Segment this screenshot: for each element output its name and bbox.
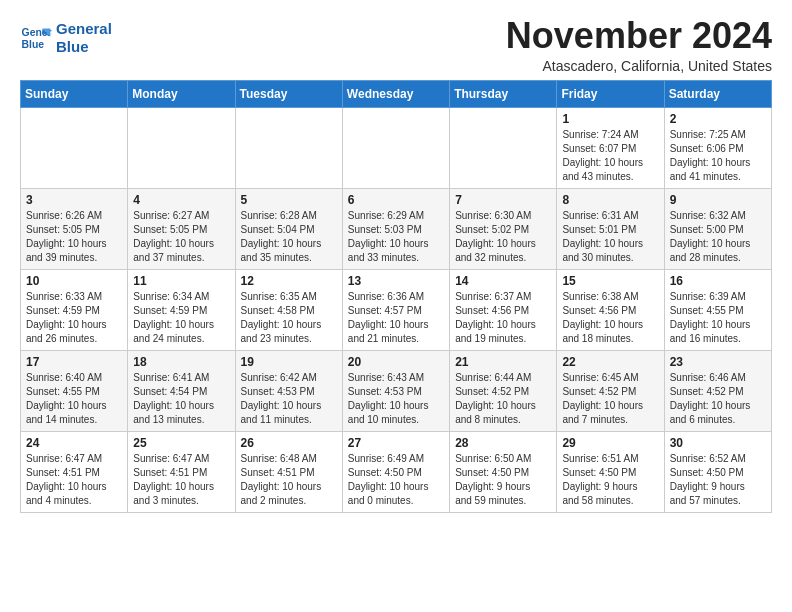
day-number: 2 [670,112,766,126]
day-info: Sunrise: 6:42 AM Sunset: 4:53 PM Dayligh… [241,371,337,427]
day-number: 6 [348,193,444,207]
day-info: Sunrise: 6:35 AM Sunset: 4:58 PM Dayligh… [241,290,337,346]
day-number: 15 [562,274,658,288]
day-info: Sunrise: 6:45 AM Sunset: 4:52 PM Dayligh… [562,371,658,427]
calendar-cell: 16Sunrise: 6:39 AM Sunset: 4:55 PM Dayli… [664,269,771,350]
calendar-cell: 27Sunrise: 6:49 AM Sunset: 4:50 PM Dayli… [342,431,449,512]
day-header-thursday: Thursday [450,80,557,107]
day-info: Sunrise: 6:36 AM Sunset: 4:57 PM Dayligh… [348,290,444,346]
day-info: Sunrise: 6:41 AM Sunset: 4:54 PM Dayligh… [133,371,229,427]
day-info: Sunrise: 7:24 AM Sunset: 6:07 PM Dayligh… [562,128,658,184]
day-info: Sunrise: 6:28 AM Sunset: 5:04 PM Dayligh… [241,209,337,265]
calendar-body: 1Sunrise: 7:24 AM Sunset: 6:07 PM Daylig… [21,107,772,512]
month-title: November 2024 [506,16,772,56]
day-number: 14 [455,274,551,288]
calendar-cell: 1Sunrise: 7:24 AM Sunset: 6:07 PM Daylig… [557,107,664,188]
day-number: 25 [133,436,229,450]
calendar-cell: 7Sunrise: 6:30 AM Sunset: 5:02 PM Daylig… [450,188,557,269]
day-number: 18 [133,355,229,369]
day-info: Sunrise: 6:38 AM Sunset: 4:56 PM Dayligh… [562,290,658,346]
calendar-cell [342,107,449,188]
day-number: 13 [348,274,444,288]
calendar-week-3: 10Sunrise: 6:33 AM Sunset: 4:59 PM Dayli… [21,269,772,350]
day-info: Sunrise: 6:34 AM Sunset: 4:59 PM Dayligh… [133,290,229,346]
calendar-week-2: 3Sunrise: 6:26 AM Sunset: 5:05 PM Daylig… [21,188,772,269]
day-number: 27 [348,436,444,450]
header: General Blue General Blue November 2024 … [20,16,772,74]
calendar-cell [21,107,128,188]
calendar-cell: 26Sunrise: 6:48 AM Sunset: 4:51 PM Dayli… [235,431,342,512]
calendar-cell: 11Sunrise: 6:34 AM Sunset: 4:59 PM Dayli… [128,269,235,350]
day-number: 10 [26,274,122,288]
day-info: Sunrise: 6:39 AM Sunset: 4:55 PM Dayligh… [670,290,766,346]
day-number: 23 [670,355,766,369]
day-info: Sunrise: 7:25 AM Sunset: 6:06 PM Dayligh… [670,128,766,184]
calendar-cell: 14Sunrise: 6:37 AM Sunset: 4:56 PM Dayli… [450,269,557,350]
day-info: Sunrise: 6:29 AM Sunset: 5:03 PM Dayligh… [348,209,444,265]
day-number: 30 [670,436,766,450]
logo-icon: General Blue [20,22,52,54]
day-info: Sunrise: 6:47 AM Sunset: 4:51 PM Dayligh… [26,452,122,508]
day-info: Sunrise: 6:48 AM Sunset: 4:51 PM Dayligh… [241,452,337,508]
svg-text:Blue: Blue [22,39,45,50]
day-info: Sunrise: 6:27 AM Sunset: 5:05 PM Dayligh… [133,209,229,265]
calendar-week-1: 1Sunrise: 7:24 AM Sunset: 6:07 PM Daylig… [21,107,772,188]
day-info: Sunrise: 6:47 AM Sunset: 4:51 PM Dayligh… [133,452,229,508]
calendar-cell: 4Sunrise: 6:27 AM Sunset: 5:05 PM Daylig… [128,188,235,269]
calendar-cell: 23Sunrise: 6:46 AM Sunset: 4:52 PM Dayli… [664,350,771,431]
calendar-cell: 2Sunrise: 7:25 AM Sunset: 6:06 PM Daylig… [664,107,771,188]
day-number: 20 [348,355,444,369]
calendar-cell: 10Sunrise: 6:33 AM Sunset: 4:59 PM Dayli… [21,269,128,350]
day-header-monday: Monday [128,80,235,107]
calendar-cell: 20Sunrise: 6:43 AM Sunset: 4:53 PM Dayli… [342,350,449,431]
logo: General Blue General Blue [20,20,112,56]
calendar-cell: 28Sunrise: 6:50 AM Sunset: 4:50 PM Dayli… [450,431,557,512]
location-subtitle: Atascadero, California, United States [506,58,772,74]
day-info: Sunrise: 6:31 AM Sunset: 5:01 PM Dayligh… [562,209,658,265]
calendar-cell [450,107,557,188]
calendar-cell: 21Sunrise: 6:44 AM Sunset: 4:52 PM Dayli… [450,350,557,431]
day-info: Sunrise: 6:37 AM Sunset: 4:56 PM Dayligh… [455,290,551,346]
calendar-cell: 5Sunrise: 6:28 AM Sunset: 5:04 PM Daylig… [235,188,342,269]
day-number: 17 [26,355,122,369]
calendar-cell: 25Sunrise: 6:47 AM Sunset: 4:51 PM Dayli… [128,431,235,512]
day-number: 1 [562,112,658,126]
day-number: 26 [241,436,337,450]
day-info: Sunrise: 6:43 AM Sunset: 4:53 PM Dayligh… [348,371,444,427]
day-number: 22 [562,355,658,369]
calendar-cell: 19Sunrise: 6:42 AM Sunset: 4:53 PM Dayli… [235,350,342,431]
calendar-week-4: 17Sunrise: 6:40 AM Sunset: 4:55 PM Dayli… [21,350,772,431]
calendar-cell: 29Sunrise: 6:51 AM Sunset: 4:50 PM Dayli… [557,431,664,512]
day-number: 29 [562,436,658,450]
day-number: 9 [670,193,766,207]
calendar-cell: 30Sunrise: 6:52 AM Sunset: 4:50 PM Dayli… [664,431,771,512]
calendar-cell: 3Sunrise: 6:26 AM Sunset: 5:05 PM Daylig… [21,188,128,269]
calendar-cell: 24Sunrise: 6:47 AM Sunset: 4:51 PM Dayli… [21,431,128,512]
day-info: Sunrise: 6:40 AM Sunset: 4:55 PM Dayligh… [26,371,122,427]
calendar-cell [235,107,342,188]
day-header-saturday: Saturday [664,80,771,107]
calendar-cell: 13Sunrise: 6:36 AM Sunset: 4:57 PM Dayli… [342,269,449,350]
day-info: Sunrise: 6:30 AM Sunset: 5:02 PM Dayligh… [455,209,551,265]
calendar-cell [128,107,235,188]
day-header-friday: Friday [557,80,664,107]
calendar-header: SundayMondayTuesdayWednesdayThursdayFrid… [21,80,772,107]
day-number: 5 [241,193,337,207]
day-number: 16 [670,274,766,288]
day-info: Sunrise: 6:26 AM Sunset: 5:05 PM Dayligh… [26,209,122,265]
calendar-cell: 22Sunrise: 6:45 AM Sunset: 4:52 PM Dayli… [557,350,664,431]
day-header-sunday: Sunday [21,80,128,107]
day-number: 4 [133,193,229,207]
calendar-cell: 15Sunrise: 6:38 AM Sunset: 4:56 PM Dayli… [557,269,664,350]
day-info: Sunrise: 6:32 AM Sunset: 5:00 PM Dayligh… [670,209,766,265]
day-number: 11 [133,274,229,288]
calendar-cell: 12Sunrise: 6:35 AM Sunset: 4:58 PM Dayli… [235,269,342,350]
day-number: 12 [241,274,337,288]
day-number: 7 [455,193,551,207]
day-number: 8 [562,193,658,207]
calendar-cell: 9Sunrise: 6:32 AM Sunset: 5:00 PM Daylig… [664,188,771,269]
day-header-wednesday: Wednesday [342,80,449,107]
calendar-week-5: 24Sunrise: 6:47 AM Sunset: 4:51 PM Dayli… [21,431,772,512]
calendar-cell: 6Sunrise: 6:29 AM Sunset: 5:03 PM Daylig… [342,188,449,269]
day-info: Sunrise: 6:46 AM Sunset: 4:52 PM Dayligh… [670,371,766,427]
